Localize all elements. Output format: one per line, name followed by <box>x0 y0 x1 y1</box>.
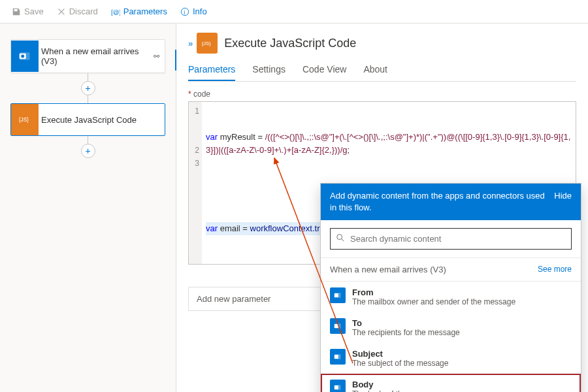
svg-point-9 <box>337 235 342 240</box>
link-icon: ⚯ <box>148 52 165 61</box>
connector: + <box>10 73 165 103</box>
param-icon: [@] <box>111 7 120 16</box>
add-step-button[interactable]: + <box>81 81 95 95</box>
see-more-link[interactable]: See more <box>538 265 572 274</box>
dynamic-search <box>321 220 581 257</box>
svg-text:[@]: [@] <box>111 8 120 15</box>
js-icon: {JS} <box>11 104 39 135</box>
item-subtitle: The mailbox owner and sender of the mess… <box>352 297 515 306</box>
collapse-button[interactable]: » <box>188 39 190 48</box>
search-icon <box>336 233 345 244</box>
save-icon <box>12 7 21 16</box>
panel-tabs: Parameters Settings Code View About <box>188 59 576 82</box>
outlook-icon <box>330 318 346 334</box>
dynamic-body[interactable]: When a new email arrives (V3) See more F… <box>321 257 581 392</box>
dynamic-item-from[interactable]: FromThe mailbox owner and sender of the … <box>321 282 581 312</box>
dynamic-item-to[interactable]: ToThe recipients for the message <box>321 312 581 343</box>
dynamic-item-body[interactable]: BodyThe body of the message <box>321 374 581 392</box>
parameters-label: Parameters <box>123 7 167 16</box>
svg-rect-16 <box>335 355 338 359</box>
item-title: To <box>352 318 460 328</box>
svg-text:i: i <box>184 8 185 15</box>
dynamic-section-header: When a new email arrives (V3) See more <box>321 257 581 282</box>
outlook-icon <box>330 380 346 392</box>
search-box[interactable] <box>330 228 572 250</box>
svg-rect-12 <box>335 293 338 297</box>
item-title: Subject <box>352 349 448 359</box>
tab-parameters[interactable]: Parameters <box>188 59 235 81</box>
tab-settings[interactable]: Settings <box>252 59 286 81</box>
discard-button[interactable]: Discard <box>52 3 103 20</box>
action-card[interactable]: {JS} Execute JavaScript Code <box>10 103 165 136</box>
panel-header: » {JS} Execute JavaScript Code <box>188 33 576 54</box>
search-input[interactable] <box>350 234 566 244</box>
dynamic-header-text: Add dynamic content from the apps and co… <box>330 190 547 214</box>
gutter: 1 23 <box>189 102 202 264</box>
dynamic-item-subject[interactable]: SubjectThe subject of the message <box>321 343 581 374</box>
item-title: From <box>352 287 515 297</box>
svg-text:{JS}: {JS} <box>202 41 211 46</box>
svg-rect-14 <box>335 324 338 328</box>
add-step-button[interactable]: + <box>81 144 95 158</box>
designer-canvas: When a new email arrives (V3) ⚯ + {JS} E… <box>0 24 176 392</box>
add-parameter-label: Add new parameter <box>197 294 270 304</box>
svg-rect-18 <box>335 385 338 389</box>
tab-about[interactable]: About <box>363 59 387 81</box>
item-subtitle: The body of the message <box>352 389 440 392</box>
info-button[interactable]: i Info <box>175 3 212 20</box>
item-title: Body <box>352 380 440 389</box>
close-icon <box>57 7 66 16</box>
dynamic-header: Add dynamic content from the apps and co… <box>321 184 581 220</box>
info-label: Info <box>193 7 207 16</box>
info-icon: i <box>180 7 189 16</box>
save-label: Save <box>24 7 44 16</box>
action-title: Execute JavaScript Code <box>39 108 165 131</box>
trigger-card[interactable]: When a new email arrives (V3) ⚯ <box>10 39 165 73</box>
section-title: When a new email arrives (V3) <box>330 265 446 274</box>
outlook-icon <box>11 41 39 72</box>
save-button[interactable]: Save <box>7 3 49 20</box>
tab-code-view[interactable]: Code View <box>302 59 346 81</box>
item-subtitle: The recipients for the message <box>352 328 460 337</box>
svg-line-10 <box>342 239 344 242</box>
discard-label: Discard <box>69 7 98 16</box>
svg-text:{JS}: {JS} <box>19 116 29 123</box>
connector: + <box>10 136 165 158</box>
outlook-icon <box>330 287 346 303</box>
dynamic-content-popup: Add dynamic content from the apps and co… <box>320 183 581 392</box>
code-field-label: * code <box>188 90 576 99</box>
command-bar: Save Discard [@] Parameters i Info <box>0 0 588 24</box>
js-icon: {JS} <box>197 33 218 54</box>
item-subtitle: The subject of the message <box>352 359 448 368</box>
hide-button[interactable]: Hide <box>554 190 572 202</box>
panel-title: Execute JavaScript Code <box>224 37 356 50</box>
parameters-button[interactable]: [@] Parameters <box>106 3 172 20</box>
outlook-icon <box>330 349 346 365</box>
trigger-title: When a new email arrives (V3) <box>39 40 148 73</box>
svg-point-5 <box>21 55 24 58</box>
